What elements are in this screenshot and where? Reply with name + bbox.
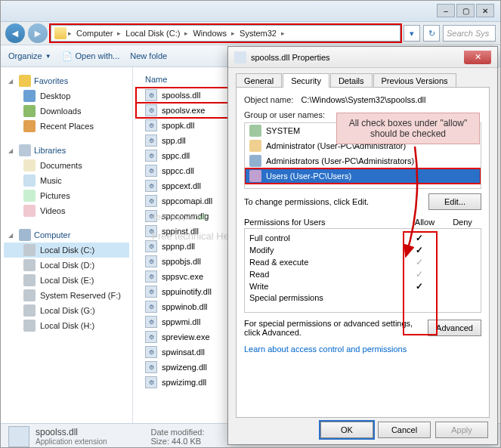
disk-icon — [23, 244, 36, 256]
sidebar-item-disk-c[interactable]: Local Disk (C:) — [4, 243, 129, 258]
permission-row: Read & execute✓ — [249, 256, 476, 268]
file-icon: ⚙ — [145, 301, 157, 313]
close-button[interactable]: ✕ — [476, 4, 494, 17]
advanced-button[interactable]: Advanced — [428, 320, 481, 336]
minimize-button[interactable]: – — [437, 4, 455, 17]
library-icon — [19, 144, 31, 156]
object-name-label: Object name: — [244, 95, 293, 104]
open-with-button[interactable]: 📄 Open with... — [62, 51, 120, 61]
file-icon: ⚙ — [145, 195, 157, 207]
refresh-button[interactable]: ↻ — [423, 25, 440, 42]
file-icon: ⚙ — [145, 270, 157, 283]
search-input[interactable]: Search Sys — [443, 25, 496, 42]
computer-group[interactable]: ◢Computer — [4, 227, 129, 243]
edit-button[interactable]: Edit... — [428, 193, 481, 210]
group-name: Administrators (User-PC\Administrators) — [266, 156, 414, 165]
file-name: spwizimg.dll — [162, 378, 206, 387]
tab-details[interactable]: Details — [330, 73, 373, 88]
breadcrumb-item[interactable]: Windows — [190, 29, 230, 38]
file-name: spopk.dll — [162, 121, 194, 130]
sidebar-item-downloads[interactable]: Downloads — [4, 104, 129, 119]
file-name: spwizeng.dll — [162, 363, 207, 372]
dialog-title: spoolss.dll Properties — [251, 53, 330, 62]
file-icon: ⚙ — [145, 286, 157, 298]
dialog-close-button[interactable]: ✕ — [464, 51, 491, 64]
tabs: General Security Details Previous Versio… — [236, 73, 490, 87]
file-name: sppnp.dll — [162, 242, 195, 251]
sidebar-item-disk-g[interactable]: Local Disk (G:) — [4, 303, 129, 318]
file-icon: ⚙ — [145, 361, 157, 373]
address-bar: ◄ ► ▸ Computer▸ Local Disk (C:)▸ Windows… — [1, 22, 500, 45]
sidebar-item-disk-e[interactable]: Local Disk (E:) — [4, 273, 129, 288]
apply-button[interactable]: Apply — [435, 422, 488, 438]
group-row[interactable]: Users (User-PC\Users) — [245, 168, 481, 184]
sidebar-item-recent[interactable]: Recent Places — [4, 119, 129, 134]
star-icon — [19, 75, 31, 87]
sidebar-item-pictures[interactable]: Pictures — [4, 188, 129, 203]
file-name: sppwmi.dll — [162, 317, 200, 326]
object-name-value: C:\Windows\System32\spoolss.dll — [301, 95, 425, 104]
videos-icon — [23, 205, 36, 217]
favorites-group[interactable]: ◢Favorites — [4, 73, 129, 88]
file-icon: ⚙ — [145, 376, 157, 388]
deny-header: Deny — [444, 218, 481, 227]
tab-security[interactable]: Security — [283, 73, 329, 88]
permissions-label: Permissions for Users — [244, 218, 406, 227]
downloads-icon — [23, 105, 36, 117]
file-name: spwinsat.dll — [162, 348, 205, 357]
organize-menu[interactable]: Organize ▼ — [8, 51, 51, 60]
group-icon — [249, 140, 261, 152]
file-icon: ⚙ — [145, 104, 157, 116]
group-icon — [249, 155, 261, 167]
sidebar-item-desktop[interactable]: Desktop — [4, 88, 129, 104]
sidebar-item-disk-h[interactable]: Local Disk (H:) — [4, 318, 129, 333]
new-folder-button[interactable]: New folde — [130, 51, 167, 60]
recent-icon — [23, 120, 36, 132]
permission-row: Modify✓ — [249, 244, 476, 256]
tab-previous-versions[interactable]: Previous Versions — [373, 73, 456, 88]
permission-name: Full control — [249, 233, 400, 243]
desktop-icon — [23, 90, 36, 102]
file-icon: ⚙ — [145, 119, 157, 131]
forward-button[interactable]: ► — [28, 23, 48, 43]
breadcrumb[interactable]: ▸ Computer▸ Local Disk (C:)▸ Windows▸ Sy… — [51, 25, 400, 42]
breadcrumb-item[interactable]: Local Disk (C:) — [122, 29, 183, 38]
tab-general[interactable]: General — [236, 73, 282, 88]
file-name: sppcext.dll — [162, 181, 201, 190]
file-name: spp.dll — [162, 136, 186, 145]
file-icon: ⚙ — [145, 346, 157, 358]
file-name: sppobjs.dll — [162, 257, 201, 266]
dropdown-button[interactable]: ▾ — [404, 25, 420, 42]
file-icon: ⚙ — [145, 331, 157, 343]
sidebar-item-music[interactable]: Music — [4, 173, 129, 188]
file-icon: ⚙ — [145, 225, 157, 237]
permission-row: Read✓ — [249, 268, 476, 280]
pictures-icon — [23, 190, 36, 202]
group-row[interactable]: Administrators (User-PC\Administrators) — [245, 153, 481, 168]
sidebar-item-documents[interactable]: Documents — [4, 158, 129, 173]
permission-name: Read — [249, 270, 400, 279]
file-icon: ⚙ — [145, 240, 157, 252]
sidebar-item-videos[interactable]: Videos — [4, 203, 129, 218]
ok-button[interactable]: OK — [320, 422, 373, 438]
music-icon — [23, 175, 36, 187]
folder-icon — [54, 27, 66, 39]
disk-icon — [23, 304, 36, 317]
maximize-button[interactable]: ▢ — [456, 4, 475, 17]
sidebar-item-disk-f[interactable]: System Reserved (F:) — [4, 288, 129, 303]
file-icon: ⚙ — [145, 255, 157, 267]
back-button[interactable]: ◄ — [5, 23, 25, 43]
file-icon: ⚙ — [145, 89, 157, 101]
disk-icon — [23, 320, 36, 332]
libraries-group[interactable]: ◢Libraries — [4, 143, 129, 158]
breadcrumb-item[interactable]: Computer — [73, 29, 116, 38]
learn-link[interactable]: Learn about access control and permissio… — [244, 344, 407, 354]
group-name: Users (User-PC\Users) — [266, 171, 351, 181]
file-name: spreview.exe — [162, 332, 210, 341]
cancel-button[interactable]: Cancel — [378, 422, 431, 438]
file-name: sppinst.dll — [162, 227, 199, 236]
file-icon: ⚙ — [145, 180, 157, 192]
breadcrumb-item[interactable]: System32 — [237, 29, 280, 38]
sidebar-item-disk-d[interactable]: Local Disk (D:) — [4, 258, 129, 273]
dialog-titlebar: spoolss.dll Properties ✕ — [228, 47, 497, 68]
